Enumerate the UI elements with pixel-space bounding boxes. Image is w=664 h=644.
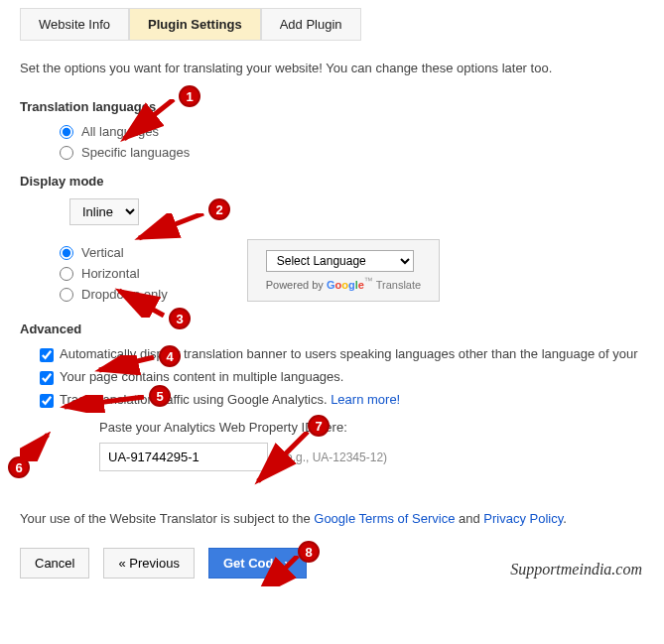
section-advanced: Advanced: [20, 322, 644, 336]
svg-line-5: [25, 435, 48, 459]
svg-line-6: [258, 432, 308, 481]
intro-text: Set the options you want for translating…: [20, 61, 644, 75]
preview-language-select[interactable]: Select Language: [266, 250, 414, 272]
svg-line-7: [258, 556, 298, 586]
annotation-badge-3: 3: [169, 308, 191, 329]
analytics-id-input[interactable]: [99, 443, 268, 471]
arrow-icon: [253, 432, 313, 486]
section-display-mode: Display mode: [20, 174, 644, 189]
radio-all-languages[interactable]: [60, 125, 73, 139]
check-track-analytics[interactable]: [40, 394, 54, 408]
learn-more-link[interactable]: Learn more!: [331, 392, 400, 407]
cancel-button[interactable]: Cancel: [20, 548, 89, 579]
radio-vertical-label: Vertical: [81, 245, 124, 260]
arrow-icon: [60, 395, 149, 413]
previous-button[interactable]: « Previous: [103, 548, 194, 579]
arrow-icon: [114, 288, 169, 318]
tab-plugin-settings[interactable]: Plugin Settings: [129, 8, 261, 41]
arrow-icon: [134, 213, 208, 243]
arrow-icon: [94, 355, 159, 375]
svg-line-3: [99, 357, 154, 370]
svg-line-4: [65, 397, 144, 407]
breadcrumb-tabs: Website Info Plugin Settings Add Plugin: [20, 8, 644, 41]
radio-dropdown-only[interactable]: [60, 288, 73, 302]
privacy-link[interactable]: Privacy Policy: [483, 511, 563, 526]
annotation-badge-5: 5: [149, 385, 171, 407]
svg-line-1: [139, 213, 203, 238]
check-multi-lang[interactable]: [40, 371, 54, 385]
arrow-icon: [20, 432, 55, 461]
arrow-icon: [119, 99, 179, 144]
annotation-badge-1: 1: [179, 85, 200, 107]
radio-vertical[interactable]: [60, 246, 73, 260]
tab-add-plugin[interactable]: Add Plugin: [261, 8, 361, 41]
preview-widget: Select Language Powered by Google™ Trans…: [247, 239, 440, 302]
annotation-badge-2: 2: [208, 198, 230, 220]
tab-website-info[interactable]: Website Info: [20, 8, 129, 41]
tos-link[interactable]: Google Terms of Service: [314, 511, 455, 526]
check-auto-banner[interactable]: [40, 348, 54, 362]
arrow-icon: [253, 556, 303, 586]
powered-by-text: Powered by Google™ Translate: [266, 276, 421, 291]
radio-horizontal-label: Horizontal: [81, 266, 140, 281]
watermark: Supportmeindia.com: [510, 561, 642, 579]
terms-text: Your use of the Website Translator is su…: [20, 511, 644, 526]
analytics-label: Paste your Analytics Web Property ID her…: [99, 420, 644, 435]
svg-line-2: [119, 291, 164, 316]
radio-specific-languages-label: Specific languages: [81, 145, 190, 160]
radio-specific-languages[interactable]: [60, 146, 73, 160]
annotation-badge-4: 4: [159, 345, 181, 367]
section-translation-languages: Translation languages: [20, 99, 644, 114]
display-mode-select[interactable]: Inline: [69, 198, 139, 225]
radio-horizontal[interactable]: [60, 267, 73, 281]
svg-line-0: [124, 99, 174, 139]
